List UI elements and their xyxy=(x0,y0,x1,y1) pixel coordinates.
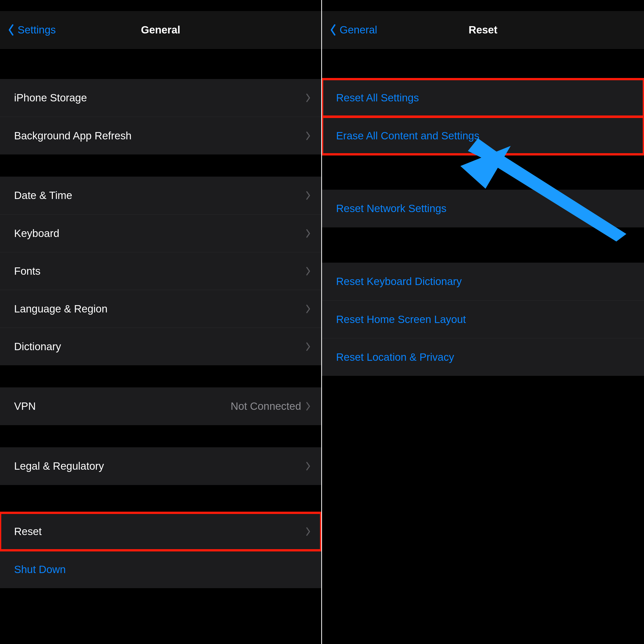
chevron-right-icon xyxy=(306,342,311,351)
section-gap xyxy=(0,425,321,447)
row-iphone-storage[interactable]: iPhone Storage xyxy=(0,79,321,117)
row-legal-regulatory[interactable]: Legal & Regulatory xyxy=(0,447,321,485)
row-label: Date & Time xyxy=(14,189,306,202)
row-label: Dictionary xyxy=(14,341,306,353)
back-button[interactable]: Settings xyxy=(7,11,56,49)
nav-bar: Settings General xyxy=(0,11,321,49)
row-label: Fonts xyxy=(14,265,306,277)
row-label: Reset Location & Privacy xyxy=(336,351,634,363)
chevron-right-icon xyxy=(306,229,311,238)
chevron-right-icon xyxy=(306,527,311,536)
section-gap xyxy=(322,154,644,190)
row-label: VPN xyxy=(14,400,231,412)
page-title: Reset xyxy=(469,24,497,36)
row-reset[interactable]: Reset xyxy=(0,513,321,550)
chevron-right-icon xyxy=(306,401,311,411)
status-bar xyxy=(0,0,321,11)
row-label: Shut Down xyxy=(14,563,311,576)
chevron-right-icon xyxy=(306,461,311,471)
row-label: Reset xyxy=(14,526,306,538)
row-label: Reset Home Screen Layout xyxy=(336,313,634,326)
chevron-right-icon xyxy=(306,93,311,103)
row-reset-home-screen-layout[interactable]: Reset Home Screen Layout xyxy=(322,300,644,338)
row-date-time[interactable]: Date & Time xyxy=(0,177,321,214)
section-gap xyxy=(0,588,321,610)
page-title: General xyxy=(141,24,180,36)
row-fonts[interactable]: Fonts xyxy=(0,252,321,290)
row-dictionary[interactable]: Dictionary xyxy=(0,328,321,365)
row-erase-all-content[interactable]: Erase All Content and Settings xyxy=(322,117,644,154)
back-label: General xyxy=(340,24,377,36)
section-gap xyxy=(0,49,321,79)
screen-general: Settings General iPhone Storage Backgrou… xyxy=(0,0,322,644)
chevron-right-icon xyxy=(306,131,311,141)
back-label: Settings xyxy=(18,24,56,36)
row-label: Language & Region xyxy=(14,303,306,315)
row-label: Keyboard xyxy=(14,227,306,239)
row-label: Reset Keyboard Dictionary xyxy=(336,275,634,288)
row-vpn[interactable]: VPN Not Connected xyxy=(0,387,321,425)
row-background-app-refresh[interactable]: Background App Refresh xyxy=(0,117,321,154)
row-detail: Not Connected xyxy=(231,400,301,412)
row-reset-network-settings[interactable]: Reset Network Settings xyxy=(322,190,644,227)
row-label: Reset Network Settings xyxy=(336,203,634,215)
back-button[interactable]: General xyxy=(329,11,377,49)
row-reset-keyboard-dictionary[interactable]: Reset Keyboard Dictionary xyxy=(322,263,644,300)
chevron-right-icon xyxy=(306,266,311,276)
row-label: iPhone Storage xyxy=(14,92,306,104)
status-bar xyxy=(322,0,644,11)
row-label: Reset All Settings xyxy=(336,92,634,104)
chevron-right-icon xyxy=(306,304,311,314)
chevron-right-icon xyxy=(306,191,311,200)
row-label: Erase All Content and Settings xyxy=(336,130,634,142)
screen-reset: General Reset Reset All Settings Erase A… xyxy=(322,0,644,644)
section-gap xyxy=(0,365,321,387)
row-label: Legal & Regulatory xyxy=(14,460,306,472)
row-keyboard[interactable]: Keyboard xyxy=(0,214,321,252)
row-reset-all-settings[interactable]: Reset All Settings xyxy=(322,79,644,117)
section-gap xyxy=(322,227,644,263)
section-gap xyxy=(322,49,644,79)
section-gap xyxy=(0,154,321,177)
section-gap xyxy=(0,485,321,513)
row-reset-location-privacy[interactable]: Reset Location & Privacy xyxy=(322,338,644,376)
chevron-left-icon xyxy=(7,23,15,37)
row-shut-down[interactable]: Shut Down xyxy=(0,550,321,588)
chevron-left-icon xyxy=(329,23,337,37)
nav-bar: General Reset xyxy=(322,11,644,49)
row-label: Background App Refresh xyxy=(14,130,306,142)
row-language-region[interactable]: Language & Region xyxy=(0,290,321,328)
